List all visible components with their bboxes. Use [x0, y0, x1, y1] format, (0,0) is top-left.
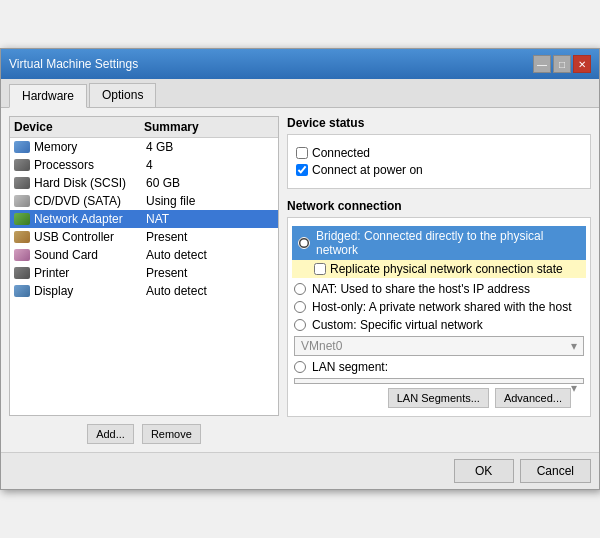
add-button[interactable]: Add...	[87, 424, 134, 444]
lan-chevron-icon: ▾	[571, 381, 577, 395]
network-section: Network connection Bridged: Connected di…	[287, 199, 591, 417]
remove-button[interactable]: Remove	[142, 424, 201, 444]
host-option[interactable]: Host-only: A private network shared with…	[294, 300, 584, 314]
nat-label: NAT: Used to share the host's IP address	[312, 282, 530, 296]
host-radio[interactable]	[294, 301, 306, 313]
lan-label: LAN segment:	[312, 360, 388, 374]
table-row[interactable]: Processors 4	[10, 156, 278, 174]
custom-label: Custom: Specific virtual network	[312, 318, 483, 332]
custom-radio[interactable]	[294, 319, 306, 331]
table-header: Device Summary	[10, 117, 278, 138]
network-title: Network connection	[287, 199, 591, 213]
replicate-label: Replicate physical network connection st…	[330, 262, 563, 276]
table-action-buttons: Add... Remove	[9, 424, 279, 444]
power-on-label: Connect at power on	[312, 163, 423, 177]
table-row[interactable]: Display Auto detect	[10, 282, 278, 300]
power-on-row: Connect at power on	[296, 163, 582, 177]
advanced-button[interactable]: Advanced...	[495, 388, 571, 408]
table-row[interactable]: Printer Present	[10, 264, 278, 282]
right-panel: Device status Connected Connect at power…	[287, 116, 591, 444]
connected-label: Connected	[312, 146, 370, 160]
nat-radio[interactable]	[294, 283, 306, 295]
table-row[interactable]: CD/DVD (SATA) Using file	[10, 192, 278, 210]
footer: OK Cancel	[1, 452, 599, 489]
cd-icon	[14, 195, 30, 207]
replicate-checkbox[interactable]	[314, 263, 326, 275]
vmnet-value: VMnet0	[301, 339, 342, 353]
vmnet-dropdown[interactable]: VMnet0 ▾	[294, 336, 584, 356]
memory-icon	[14, 141, 30, 153]
maximize-button[interactable]: □	[553, 55, 571, 73]
table-row[interactable]: Memory 4 GB	[10, 138, 278, 156]
ok-button[interactable]: OK	[454, 459, 514, 483]
main-content: Device Summary Memory 4 GB Processors 4	[1, 108, 599, 452]
connected-row: Connected	[296, 146, 582, 160]
left-panel: Device Summary Memory 4 GB Processors 4	[9, 116, 279, 444]
bridged-label: Bridged: Connected directly to the physi…	[316, 229, 580, 257]
sound-icon	[14, 249, 30, 261]
device-status-section: Device status Connected Connect at power…	[287, 116, 591, 189]
hdd-icon	[14, 177, 30, 189]
window-title: Virtual Machine Settings	[9, 57, 138, 71]
vmnet-chevron-icon: ▾	[571, 339, 577, 353]
nat-option[interactable]: NAT: Used to share the host's IP address	[294, 282, 584, 296]
table-row[interactable]: Hard Disk (SCSI) 60 GB	[10, 174, 278, 192]
bridged-radio[interactable]	[298, 237, 310, 249]
device-table: Device Summary Memory 4 GB Processors 4	[9, 116, 279, 416]
display-icon	[14, 285, 30, 297]
window-controls: — □ ✕	[533, 55, 591, 73]
lan-input[interactable]: ▾	[294, 378, 584, 384]
table-row-network[interactable]: Network Adapter NAT	[10, 210, 278, 228]
custom-option[interactable]: Custom: Specific virtual network	[294, 318, 584, 332]
usb-icon	[14, 231, 30, 243]
tab-hardware[interactable]: Hardware	[9, 84, 87, 108]
power-on-checkbox[interactable]	[296, 164, 308, 176]
printer-icon	[14, 267, 30, 279]
host-label: Host-only: A private network shared with…	[312, 300, 571, 314]
cancel-button[interactable]: Cancel	[520, 459, 591, 483]
header-summary: Summary	[144, 120, 274, 134]
main-window: Virtual Machine Settings — □ ✕ Hardware …	[0, 48, 600, 490]
replicate-row: Replicate physical network connection st…	[292, 260, 586, 278]
connected-checkbox[interactable]	[296, 147, 308, 159]
minimize-button[interactable]: —	[533, 55, 551, 73]
table-row[interactable]: USB Controller Present	[10, 228, 278, 246]
tab-bar: Hardware Options	[1, 79, 599, 108]
title-bar: Virtual Machine Settings — □ ✕	[1, 49, 599, 79]
bridged-option-selected[interactable]: Bridged: Connected directly to the physi…	[292, 226, 586, 260]
lan-radio[interactable]	[294, 361, 306, 373]
lan-segments-button[interactable]: LAN Segments...	[388, 388, 489, 408]
close-button[interactable]: ✕	[573, 55, 591, 73]
network-action-buttons: LAN Segments... Advanced...	[294, 388, 571, 408]
device-status-title: Device status	[287, 116, 591, 130]
header-device: Device	[14, 120, 144, 134]
tab-options[interactable]: Options	[89, 83, 156, 107]
net-icon	[14, 213, 30, 225]
table-row[interactable]: Sound Card Auto detect	[10, 246, 278, 264]
lan-row: LAN segment:	[294, 360, 584, 374]
cpu-icon	[14, 159, 30, 171]
